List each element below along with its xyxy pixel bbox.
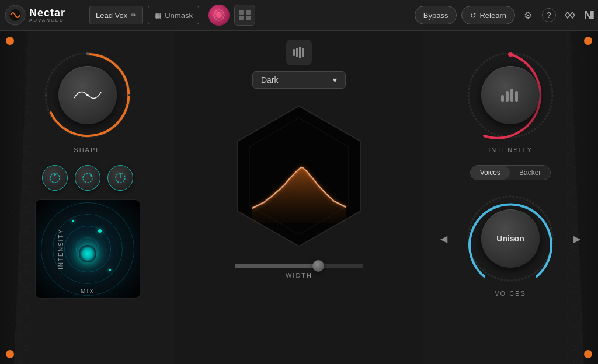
unmask-button[interactable]: ▦ Unmask — [148, 6, 199, 24]
mini-knob-1[interactable] — [42, 165, 68, 191]
voices-nav: ◀ Unison ▶ — [436, 192, 585, 285]
svg-rect-34 — [501, 95, 504, 102]
help-icon[interactable]: ? — [542, 8, 556, 22]
width-slider-thumb[interactable] — [312, 260, 324, 272]
svg-point-14 — [45, 94, 47, 96]
svg-rect-25 — [299, 47, 301, 58]
midi-icon[interactable] — [562, 7, 578, 23]
relearn-button[interactable]: ↺ Relearn — [461, 6, 515, 24]
preset-name-button[interactable]: Lead Vox ✏ — [89, 6, 143, 24]
voices-next-arrow[interactable]: ▶ — [569, 231, 585, 247]
mini-knob-2-icon — [82, 172, 93, 184]
svg-rect-35 — [506, 91, 509, 102]
voices-container: ◀ Unison ▶ VOICES — [436, 192, 585, 297]
svg-point-16 — [86, 94, 89, 96]
intensity-container: INTENSITY — [464, 48, 557, 153]
unmask-label: Unmask — [165, 11, 193, 20]
logo-area: Nectar ADVANCED — [5, 5, 85, 26]
backer-toggle-btn[interactable]: Backer — [510, 166, 550, 180]
voices-knob-label: Unison — [496, 234, 524, 243]
glow-dot-3 — [109, 269, 111, 271]
corner-dot-tr — [584, 37, 592, 45]
corner-dot-bl — [6, 350, 14, 358]
mask-icon: ▦ — [154, 11, 161, 20]
mini-knob-3-icon — [114, 172, 126, 184]
hex-svg — [217, 94, 381, 258]
voices-toggle-btn[interactable]: Voices — [471, 166, 510, 180]
topbar: Nectar ADVANCED Lead Vox ✏ ▦ Unmask Bypa… — [0, 0, 598, 31]
center-bars-icon[interactable] — [286, 40, 312, 65]
shape-container: SHAPE — [41, 48, 134, 153]
tab-orb[interactable] — [208, 5, 230, 26]
tab-grid[interactable] — [234, 5, 255, 26]
mix-axis-label: Mix — [81, 288, 95, 295]
svg-point-20 — [90, 174, 92, 177]
dark-dropdown[interactable]: Dark ▾ — [252, 71, 346, 89]
app-subtitle: ADVANCED — [29, 18, 65, 23]
corner-dot-tl — [6, 37, 14, 45]
left-panel: SHAPE — [0, 31, 175, 364]
svg-rect-5 — [239, 10, 244, 15]
width-label: WIDTH — [286, 272, 312, 279]
shape-wave-icon — [73, 86, 102, 104]
svg-rect-36 — [510, 89, 513, 102]
intensity-bars-icon — [499, 86, 522, 104]
voices-label: VOICES — [495, 290, 526, 297]
width-container: WIDTH — [226, 264, 372, 279]
bypass-label: Bypass — [423, 11, 448, 20]
svg-point-18 — [54, 173, 56, 176]
grid-icon — [238, 10, 251, 20]
mini-knobs-row — [42, 165, 133, 191]
teal-circle — [79, 245, 96, 262]
intensity-knob[interactable] — [481, 66, 540, 124]
app-title: Nectar — [29, 8, 65, 18]
mini-knob-2[interactable] — [75, 165, 100, 191]
shape-label: SHAPE — [74, 146, 101, 153]
center-top: Dark ▾ — [252, 40, 346, 89]
voices-backer-toggle: Voices Backer — [470, 165, 551, 180]
relearn-label: Relearn — [479, 11, 506, 20]
svg-rect-6 — [246, 10, 251, 15]
intensity-knob-outer — [464, 48, 557, 142]
svg-rect-26 — [302, 48, 304, 57]
svg-rect-7 — [239, 16, 244, 20]
orb-icon — [213, 9, 225, 22]
voices-knob-outer: Unison — [464, 192, 557, 285]
voices-knob[interactable]: Unison — [481, 209, 540, 268]
dropdown-value: Dark — [261, 75, 279, 85]
glow-dot-2 — [72, 220, 74, 222]
logo-text-area: Nectar ADVANCED — [29, 8, 65, 23]
svg-point-15 — [128, 94, 130, 96]
corner-dot-br — [584, 350, 592, 358]
bypass-button[interactable]: Bypass — [415, 6, 457, 24]
svg-point-33 — [508, 52, 513, 57]
preset-name-label: Lead Vox — [96, 11, 127, 20]
main-area: SHAPE — [0, 31, 598, 364]
ni-logo[interactable]: NI — [584, 9, 593, 22]
right-panel: INTENSITY Voices Backer ◀ Unison — [423, 31, 598, 364]
svg-rect-37 — [515, 91, 518, 102]
relearn-icon: ↺ — [470, 11, 477, 20]
svg-rect-8 — [246, 16, 251, 20]
center-panel: Dark ▾ — [175, 31, 423, 364]
topbar-icons: ⚙ ? NI — [520, 7, 593, 23]
chevron-down-icon: ▾ — [333, 75, 337, 85]
intensity-axis-label: Intensity — [58, 229, 64, 270]
vocal-box[interactable]: Intensity Mix — [35, 200, 140, 299]
width-slider[interactable] — [235, 264, 363, 268]
settings-icon[interactable]: ⚙ — [520, 7, 536, 23]
hex-visualizer — [217, 94, 381, 258]
svg-point-13 — [86, 52, 89, 55]
mini-knob-1-icon — [49, 172, 61, 184]
width-slider-fill — [235, 264, 318, 268]
shape-knob-outer — [41, 48, 134, 142]
svg-rect-24 — [296, 48, 298, 57]
shape-knob[interactable] — [58, 66, 117, 124]
pencil-icon: ✏ — [131, 11, 137, 19]
svg-rect-23 — [293, 49, 295, 56]
mini-knob-3[interactable] — [107, 165, 133, 191]
voices-prev-arrow[interactable]: ◀ — [436, 231, 452, 247]
logo-icon — [5, 5, 26, 26]
bars-svg — [292, 47, 306, 58]
intensity-label: INTENSITY — [488, 146, 532, 153]
